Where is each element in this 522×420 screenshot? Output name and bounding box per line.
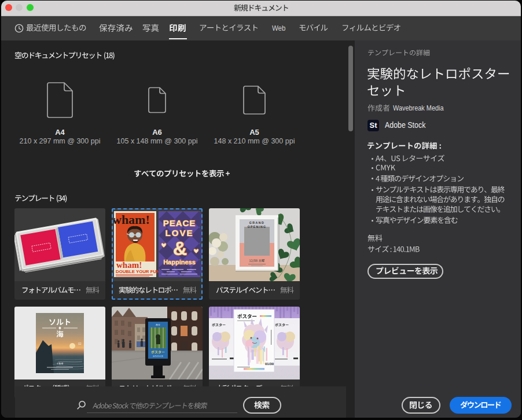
svg-text:LOVE: LOVE (166, 228, 194, 238)
svg-text:wham!: wham! (116, 260, 142, 270)
svg-text:PEACE: PEACE (163, 218, 196, 228)
svg-text:wham!: wham! (112, 212, 150, 227)
svg-text:DOUBLE YOUR FUN: DOUBLE YOUR FUN (116, 269, 160, 274)
svg-text:&: & (173, 237, 188, 259)
svg-text:Happiness: Happiness (163, 259, 196, 266)
